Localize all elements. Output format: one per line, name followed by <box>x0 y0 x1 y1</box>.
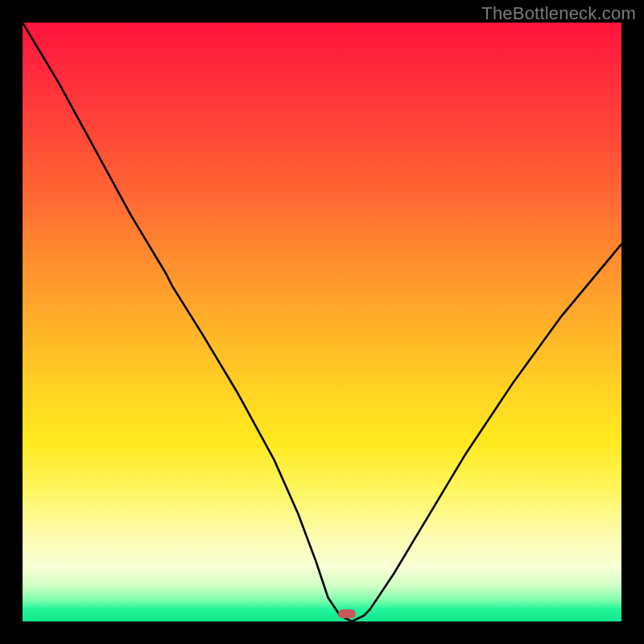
bottleneck-curve <box>23 23 621 621</box>
chart-frame: TheBottleneck.com <box>0 0 644 644</box>
plot-area <box>23 23 621 621</box>
curve-path <box>23 23 621 621</box>
minimum-marker <box>338 609 356 618</box>
watermark-label: TheBottleneck.com <box>481 3 636 24</box>
